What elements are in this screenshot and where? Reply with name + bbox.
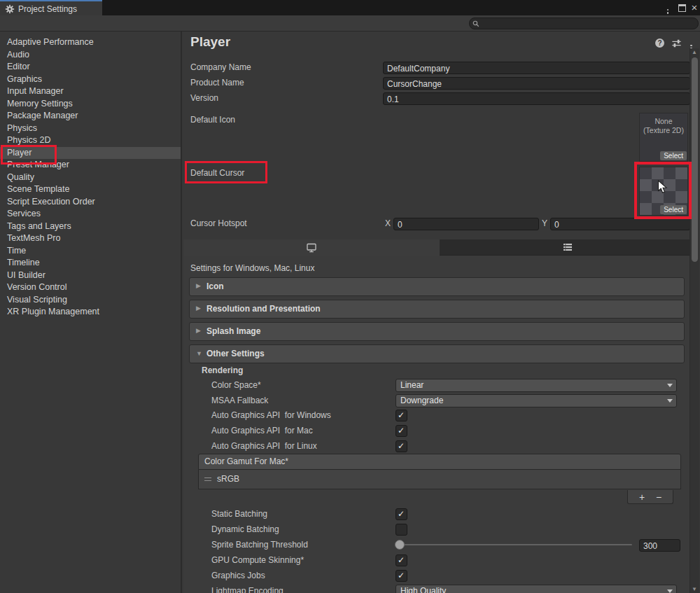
sidebar-item-editor[interactable]: Editor xyxy=(0,61,181,74)
auto-api-mac-label: Auto Graphics API for Mac xyxy=(211,425,313,436)
sprite-threshold-value-field[interactable] xyxy=(639,539,680,552)
dropdown-arrow-icon xyxy=(667,589,673,593)
lightmap-encoding-label: Lightmap Encoding xyxy=(211,585,284,593)
default-cursor-label: Default Cursor xyxy=(190,167,244,179)
auto-api-linux-checkbox[interactable] xyxy=(396,440,407,452)
sidebar-item-player[interactable]: Player xyxy=(0,147,181,160)
sidebar-item-label: Script Execution Order xyxy=(7,197,95,207)
sidebar-item-textmesh-pro[interactable]: TextMesh Pro xyxy=(0,232,181,245)
sidebar-item-label: Graphics xyxy=(7,74,42,84)
sidebar-item-label: XR Plugin Management xyxy=(7,307,99,316)
gear-icon xyxy=(5,4,15,16)
tab-dedicated-server[interactable] xyxy=(440,239,696,256)
sidebar-item-label: Memory Settings xyxy=(7,99,73,109)
window-tab[interactable]: Project Settings xyxy=(0,0,102,15)
dynamic-batching-checkbox[interactable] xyxy=(396,524,407,536)
remove-item-button[interactable]: − xyxy=(656,491,662,503)
cursor-arrow-icon xyxy=(657,180,668,195)
gpu-compute-skinning-checkbox[interactable] xyxy=(396,554,407,566)
auto-api-windows-label: Auto Graphics API for Windows xyxy=(211,410,331,421)
sidebar-item-adaptive-performance[interactable]: Adaptive Performance xyxy=(0,36,181,49)
sidebar-item-label: Adaptive Performance xyxy=(7,37,94,47)
window-menu-icon[interactable] xyxy=(662,2,673,13)
sidebar-item-label: Time xyxy=(7,246,26,256)
sidebar-item-timeline[interactable]: Timeline xyxy=(0,257,181,270)
product-name-field[interactable] xyxy=(383,77,690,90)
sidebar-item-label: Version Control xyxy=(7,282,66,292)
sidebar-item-label: Timeline xyxy=(7,258,40,267)
sprite-threshold-slider-track[interactable] xyxy=(400,544,632,545)
scroll-down-icon[interactable]: ▼ xyxy=(692,586,697,592)
sidebar-item-audio[interactable]: Audio xyxy=(0,49,181,62)
chevron-right-icon: ▶ xyxy=(196,327,201,334)
close-icon[interactable]: × xyxy=(689,2,700,13)
sidebar-item-time[interactable]: Time xyxy=(0,245,181,258)
version-field[interactable] xyxy=(383,92,690,105)
static-batching-checkbox[interactable] xyxy=(396,508,407,520)
sidebar-item-graphics[interactable]: Graphics xyxy=(0,74,181,86)
sprite-threshold-slider-handle[interactable] xyxy=(395,540,405,550)
hotspot-x-field[interactable] xyxy=(393,218,539,230)
company-name-label: Company Name xyxy=(190,62,251,73)
scrollbar-thumb[interactable] xyxy=(692,57,698,262)
default-cursor-select-button[interactable]: Select xyxy=(660,205,687,214)
vertical-scrollbar[interactable]: ▲ ▼ xyxy=(690,48,699,593)
sidebar-item-script-execution-order[interactable]: Script Execution Order xyxy=(0,196,181,209)
help-icon[interactable]: ? xyxy=(655,39,664,48)
color-space-dropdown[interactable]: Linear xyxy=(396,379,677,392)
add-item-button[interactable]: + xyxy=(639,491,645,503)
sidebar-item-version-control[interactable]: Version Control xyxy=(0,281,181,294)
default-icon-select-button[interactable]: Select xyxy=(660,151,687,160)
gpu-compute-skinning-label: GPU Compute Skinning* xyxy=(211,554,304,566)
player-settings-panel: Player ? Company Name Product Name Versi… xyxy=(182,32,700,593)
sidebar-item-tags-and-layers[interactable]: Tags and Layers xyxy=(0,221,181,233)
section-splash-image[interactable]: ▶ Splash Image xyxy=(189,322,685,341)
sidebar-item-memory-settings[interactable]: Memory Settings xyxy=(0,98,181,111)
sidebar-item-physics-2d[interactable]: Physics 2D xyxy=(0,134,181,147)
sidebar-item-label: Tags and Layers xyxy=(7,221,71,231)
company-name-field[interactable] xyxy=(383,62,690,74)
sidebar-item-ui-builder[interactable]: UI Builder xyxy=(0,270,181,282)
dropdown-arrow-icon xyxy=(667,384,673,387)
drag-handle-icon[interactable] xyxy=(204,477,211,481)
sidebar-item-scene-template[interactable]: Scene Template xyxy=(0,183,181,196)
preset-icon[interactable] xyxy=(671,39,682,50)
section-icon[interactable]: ▶ Icon xyxy=(189,277,685,296)
lightmap-encoding-dropdown[interactable]: High Quality xyxy=(396,585,677,593)
default-icon-label: Default Icon xyxy=(190,114,235,125)
color-gamut-item[interactable]: sRGB xyxy=(217,474,239,484)
sidebar-item-label: Editor xyxy=(7,62,30,71)
sidebar-item-input-manager[interactable]: Input Manager xyxy=(0,85,181,98)
default-icon-none-line2: (Texture 2D) xyxy=(640,126,687,135)
sidebar-item-label: Quality xyxy=(7,172,34,182)
tab-desktop-platform[interactable] xyxy=(183,239,440,256)
auto-api-mac-checkbox[interactable] xyxy=(396,425,407,437)
sidebar-item-label: Preset Manager xyxy=(7,160,69,169)
sidebar-item-preset-manager[interactable]: Preset Manager xyxy=(0,159,181,172)
sidebar-item-label: Visual Scripting xyxy=(7,295,67,305)
hotspot-y-label: Y xyxy=(542,218,547,229)
msaa-fallback-dropdown[interactable]: Downgrade xyxy=(396,394,677,407)
sidebar-item-physics[interactable]: Physics xyxy=(0,123,181,135)
search-box[interactable] xyxy=(469,18,699,29)
hotspot-y-field[interactable] xyxy=(550,218,690,230)
version-label: Version xyxy=(190,92,218,104)
sidebar-item-label: Player xyxy=(7,148,31,158)
section-resolution-and-presentation[interactable]: ▶ Resolution and Presentation xyxy=(189,300,685,319)
sidebar-item-services[interactable]: Services xyxy=(0,208,181,221)
default-icon-preview[interactable]: None (Texture 2D) Select xyxy=(639,113,688,162)
window-title: Project Settings xyxy=(18,4,77,14)
static-batching-label: Static Batching xyxy=(211,508,267,519)
graphics-jobs-checkbox[interactable] xyxy=(396,570,407,582)
auto-api-windows-checkbox[interactable] xyxy=(396,410,407,421)
sidebar-item-package-manager[interactable]: Package Manager xyxy=(0,110,181,123)
sidebar-item-visual-scripting[interactable]: Visual Scripting xyxy=(0,294,181,307)
scroll-up-icon[interactable]: ▲ xyxy=(692,49,697,55)
search-input[interactable] xyxy=(481,18,691,29)
default-cursor-preview[interactable]: Select xyxy=(639,167,688,216)
maximize-icon[interactable] xyxy=(676,2,687,13)
sidebar-item-label: Physics 2D xyxy=(7,135,51,145)
sidebar-item-quality[interactable]: Quality xyxy=(0,172,181,184)
section-other-settings[interactable]: ▼ Other Settings xyxy=(189,344,685,363)
sidebar-item-xr-plugin-management[interactable]: XR Plugin Management xyxy=(0,306,181,319)
